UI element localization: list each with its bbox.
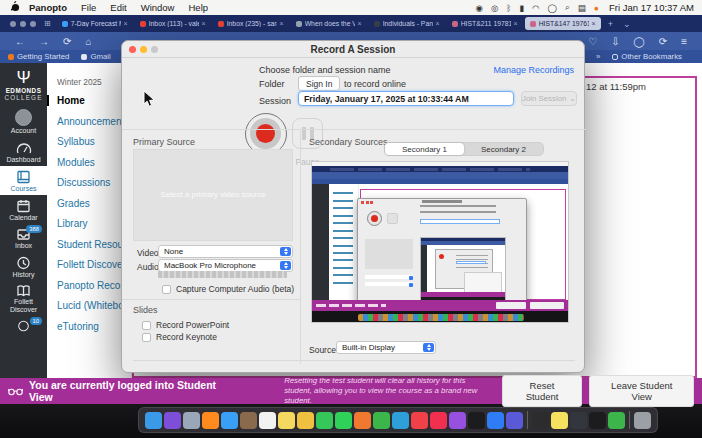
new-tab-button[interactable]: + [603,19,618,29]
reload-icon[interactable]: ⟳ [56,36,78,47]
back-icon[interactable]: ← [8,36,32,47]
dock-icon-keynote[interactable] [392,412,409,429]
tab-forecast[interactable]: 7-Day Forecast M...× [57,17,133,30]
eye-icon[interactable]: ◎ [487,3,502,13]
battery-icon[interactable]: ▮ [515,3,528,13]
menu-window[interactable]: Window [134,2,182,13]
dock-icon-mail[interactable] [221,412,238,429]
download-icon[interactable]: ⇩ [604,36,626,47]
sign-in-button[interactable]: Sign In [298,76,340,91]
display-source-select[interactable]: Built-in Display [336,341,436,354]
tab-close-icon[interactable]: × [436,20,440,27]
dock-icon-facetime[interactable] [335,412,352,429]
course-nav-library[interactable]: Library [57,218,131,229]
menu-icon[interactable]: ≡ [674,36,694,47]
dock-icon-messages[interactable] [316,412,333,429]
apple-logo-icon[interactable] [8,1,22,14]
dock-icon-photos[interactable] [297,412,314,429]
dialog-title-bar[interactable]: Record A Session [122,41,584,58]
course-nav-panopto-recordings[interactable]: Panopto Recordings [57,280,131,291]
tab-panopto[interactable]: Individuals - Panop...× [369,17,445,30]
dock-icon-news[interactable] [411,412,428,429]
dock-icon-app-store[interactable] [487,412,504,429]
display-icon[interactable]: ▤ [574,3,590,13]
tab-close-icon[interactable]: × [202,20,206,27]
bookmark-getting-started[interactable]: Getting Started [8,52,69,61]
sync-icon[interactable]: ⟳ [652,36,674,47]
course-nav-student-resources[interactable]: Student Resources [57,239,131,250]
dock-icon-stickies[interactable] [551,412,568,429]
dock-icon-pages[interactable] [354,412,371,429]
dock-icon-terminal[interactable] [570,412,587,429]
menu-app-name[interactable]: Panopto [22,2,74,13]
dock-icon-podcasts[interactable] [449,412,466,429]
tab-hist147-active[interactable]: HIST&147 19761 - W× [525,17,601,30]
dock-icon-contacts[interactable] [240,412,257,429]
course-nav-home[interactable]: Home [47,95,131,106]
sidebar-item-dashboard[interactable]: Dashboard [0,137,47,166]
dock-icon-firefox[interactable] [202,412,219,429]
panopto-record-icon[interactable]: ● [590,3,603,13]
dock-icon-siri[interactable] [164,412,181,429]
tab-secondary-1[interactable]: Secondary 1 [385,143,464,155]
edmonds-college-logo[interactable]: Ψ EDMONDS COLLEGE [0,63,47,105]
course-nav-discussions[interactable]: Discussions [57,177,131,188]
join-session-dropdown[interactable]: Join Session⌄ [521,91,577,106]
dock-icon-notes[interactable] [278,412,295,429]
sidebar-item-account[interactable]: Account [0,105,47,137]
leave-student-view-button[interactable]: Leave Student View [589,375,694,407]
dock-icon-calendar[interactable] [259,412,276,429]
bookmarks-overflow-chevron[interactable]: » [596,52,600,61]
course-nav-modules[interactable]: Modules [57,157,131,168]
dock-icon-panopto[interactable] [589,412,606,429]
dock-icon-finder[interactable] [145,412,162,429]
other-bookmarks[interactable]: Other Bookmarks [612,52,682,61]
course-nav-syllabus[interactable]: Syllabus [57,136,131,147]
dock-icon-launchpad[interactable] [183,412,200,429]
course-nav-follett-discover[interactable]: Follett Discover [57,259,131,270]
tab-hist211[interactable]: HIST&211 19781 -...× [447,17,523,30]
dock-icon-numbers[interactable] [373,412,390,429]
dock-icon-music[interactable] [430,412,447,429]
tab-overview-icon[interactable]: ⊞ [44,19,51,28]
sidebar-item-history[interactable]: History [0,252,47,281]
course-nav-lucid-whiteboard[interactable]: Lucid (Whiteboard) [57,300,131,311]
tab-close-icon[interactable]: × [280,20,284,27]
reset-student-button[interactable]: Reset Student [502,375,583,407]
tab-close-icon[interactable]: × [124,20,128,27]
screen-record-icon[interactable]: ◉ [471,3,486,13]
sidebar-item-courses[interactable]: Courses [0,166,47,195]
bluetooth-icon[interactable]: ᛒ [502,3,515,13]
browser-window-controls[interactable] [4,21,42,27]
menu-edit[interactable]: Edit [103,2,133,13]
record-keynote-checkbox[interactable]: Record Keynote [142,332,217,342]
tab-secondary-2[interactable]: Secondary 2 [464,143,543,155]
dock-icon-settings[interactable] [506,412,523,429]
account-icon[interactable]: ◯ [627,36,652,47]
menu-clock[interactable]: Fri Jan 17 10:37 AM [603,2,694,13]
course-nav-grades[interactable]: Grades [57,198,131,209]
tab-inbox-113[interactable]: Inbox (113) - valeri...× [135,17,211,30]
menu-help[interactable]: Help [181,2,215,13]
tab-list-button[interactable]: ⌄ [618,19,636,29]
tab-close-icon[interactable]: × [514,20,518,27]
tab-video[interactable]: When does the Va...× [291,17,367,30]
user-icon[interactable]: ◯ [544,3,562,13]
sidebar-item-follett-discover[interactable]: Follett Discover [0,281,47,316]
menu-file[interactable]: File [74,2,103,13]
record-powerpoint-checkbox[interactable]: Record PowerPoint [142,320,229,330]
manage-recordings-link[interactable]: Manage Recordings [493,65,574,75]
capture-computer-audio-checkbox[interactable]: Capture Computer Audio (beta) [162,284,294,294]
course-nav-announcements[interactable]: Announcements [57,116,131,127]
search-icon[interactable]: ⌕ [561,2,574,13]
session-name-input[interactable] [298,91,514,106]
video-source-select[interactable]: None [158,245,293,258]
dock-icon-activity[interactable] [608,412,625,429]
sidebar-item-inbox[interactable]: 388 Inbox [0,224,47,252]
tab-close-icon[interactable]: × [592,20,596,27]
tab-inbox-235[interactable]: Inbox (235) - sara...× [213,17,289,30]
dock-icon-tv[interactable] [468,412,485,429]
bookmark-gmail[interactable]: Gmail [81,52,110,61]
dock-icon-trash[interactable] [634,412,651,429]
sidebar-item-calendar[interactable]: Calendar [0,195,47,224]
